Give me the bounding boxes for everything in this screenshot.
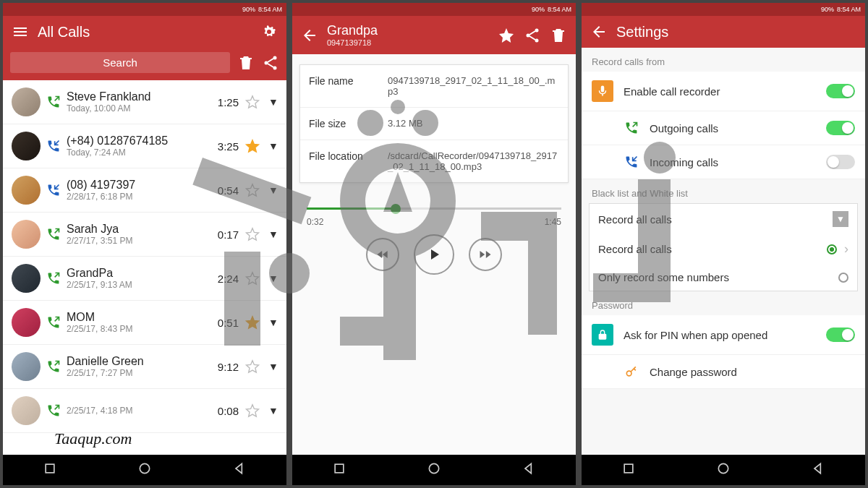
play-button[interactable] <box>414 234 454 275</box>
back-button[interactable] <box>522 461 536 479</box>
star-icon[interactable] <box>244 314 260 330</box>
menu-icon[interactable] <box>12 23 29 40</box>
recent-button[interactable] <box>332 461 346 479</box>
call-list: Steve FranklandToday, 10:00 AM1:25▼(+84)… <box>3 80 286 455</box>
row-incoming[interactable]: Incoming calls <box>582 145 865 179</box>
call-duration: 9:12 <box>210 361 239 373</box>
call-name: (+84) 01287674185 <box>67 134 204 147</box>
svg-rect-2 <box>14 35 27 36</box>
time-text: 8:54 AM <box>258 6 282 13</box>
lock-icon <box>592 324 613 346</box>
star-icon[interactable] <box>244 270 260 286</box>
chevron-down-icon[interactable]: ▼ <box>266 96 281 108</box>
svg-rect-1 <box>14 31 27 33</box>
search-input[interactable]: Search <box>10 52 230 73</box>
call-duration: 1:25 <box>210 96 239 108</box>
incoming-call-icon <box>46 139 61 153</box>
outgoing-call-icon <box>46 271 61 286</box>
chevron-down-icon[interactable]: ▼ <box>266 317 281 328</box>
call-row[interactable]: MOM2/25/17, 8:43 PM0:51▼ <box>3 301 286 345</box>
toggle-incoming[interactable] <box>826 155 855 169</box>
progress-track[interactable] <box>307 207 561 210</box>
settings-body: Record calls from Enable call recorder O… <box>582 48 865 455</box>
chevron-down-icon[interactable]: ▼ <box>266 273 281 284</box>
row-enable-recorder[interactable]: Enable call recorder <box>582 72 865 111</box>
avatar <box>12 87 41 116</box>
star-icon[interactable] <box>244 94 260 110</box>
page-title: All Calls <box>38 24 252 40</box>
record-mode-dropdown: Record all calls ▼ Record all calls › On… <box>589 203 858 291</box>
call-date: Today, 7:24 AM <box>67 147 204 158</box>
call-date: 2/25/17, 9:13 AM <box>67 280 204 290</box>
call-body: MOM2/25/17, 8:43 PM <box>67 311 204 334</box>
row-outgoing[interactable]: Outgoing calls <box>582 111 865 145</box>
chevron-down-icon[interactable]: ▼ <box>266 228 281 240</box>
back-button[interactable] <box>232 461 247 479</box>
call-row[interactable]: Danielle Green2/25/17, 7:27 PM9:12▼ <box>3 345 286 389</box>
call-row[interactable]: (08) 41973972/28/17, 6:18 PM0:54▼ <box>3 168 286 213</box>
toggle-outgoing[interactable] <box>826 121 855 135</box>
delete-icon[interactable] <box>550 27 567 44</box>
toggle-pin[interactable] <box>826 328 855 342</box>
call-row[interactable]: Steve FranklandToday, 10:00 AM1:25▼ <box>3 80 286 124</box>
chevron-down-icon[interactable]: ▼ <box>266 140 281 152</box>
call-row[interactable]: 2/25/17, 4:18 PM0:08▼ <box>3 389 286 433</box>
star-icon[interactable] <box>244 226 260 242</box>
star-icon[interactable] <box>244 359 260 374</box>
call-body: GrandPa2/25/17, 9:13 AM <box>67 267 204 290</box>
star-icon[interactable] <box>244 403 260 419</box>
row-ask-pin[interactable]: Ask for PIN when app opened <box>582 315 865 355</box>
dropdown-header[interactable]: Record all calls ▼ <box>590 204 857 234</box>
incoming-call-icon <box>46 183 61 197</box>
section-record: Record calls from <box>582 48 865 72</box>
call-date: Today, 10:00 AM <box>67 103 204 114</box>
chevron-down-icon[interactable]: ▼ <box>266 361 281 372</box>
recent-button[interactable] <box>621 461 636 479</box>
forward-button[interactable] <box>469 238 502 271</box>
home-button[interactable] <box>716 461 731 479</box>
call-body: 2/25/17, 4:18 PM <box>67 406 204 416</box>
star-icon[interactable] <box>244 182 260 198</box>
call-row[interactable]: (+84) 01287674185Today, 7:24 AM3:25▼ <box>3 124 286 168</box>
row-change-password[interactable]: Change password <box>582 355 865 389</box>
settings-icon[interactable] <box>260 23 278 40</box>
star-icon[interactable] <box>244 138 260 154</box>
call-body: Steve FranklandToday, 10:00 AM <box>67 90 204 114</box>
call-name: GrandPa <box>67 267 204 280</box>
call-row[interactable]: GrandPa2/25/17, 9:13 AM2:24▼ <box>3 257 286 301</box>
appbar: Settings <box>582 16 865 48</box>
outgoing-call-icon <box>46 359 61 374</box>
svg-point-13 <box>626 371 631 376</box>
back-icon[interactable] <box>590 23 608 40</box>
share-icon[interactable] <box>262 54 279 72</box>
avatar <box>12 396 41 425</box>
detail-subtitle: 0947139718 <box>327 38 489 47</box>
recent-button[interactable] <box>43 461 57 479</box>
rewind-button[interactable] <box>366 238 399 271</box>
key-icon <box>624 364 639 380</box>
battery-text: 90% <box>242 6 255 13</box>
call-duration: 0:17 <box>210 228 239 241</box>
back-icon[interactable] <box>301 27 318 44</box>
call-name: MOM <box>67 311 204 324</box>
chevron-down-icon[interactable]: ▼ <box>266 184 281 196</box>
navbar <box>3 455 286 485</box>
call-duration: 0:08 <box>210 405 239 417</box>
delete-icon[interactable] <box>237 54 255 72</box>
detail-filename-row: File name 0947139718_2917_02_1_11_18_00_… <box>300 65 568 108</box>
toggle-enable[interactable] <box>826 84 855 98</box>
call-body: Sarah Jya2/27/17, 3:51 PM <box>67 223 204 246</box>
home-button[interactable] <box>137 461 152 479</box>
avatar <box>12 352 41 381</box>
star-icon[interactable] <box>498 27 515 44</box>
home-button[interactable] <box>427 461 441 479</box>
chevron-down-icon: ▼ <box>833 211 848 227</box>
option-record-some[interactable]: Only record some numbers <box>590 264 857 291</box>
back-button[interactable] <box>811 461 825 479</box>
call-body: Danielle Green2/25/17, 7:27 PM <box>67 355 204 378</box>
chevron-down-icon[interactable]: ▼ <box>266 405 281 416</box>
statusbar: 90% 8:54 AM <box>3 3 286 16</box>
share-icon[interactable] <box>524 27 541 44</box>
call-row[interactable]: Sarah Jya2/27/17, 3:51 PM0:17▼ <box>3 213 286 257</box>
option-record-all[interactable]: Record all calls › <box>590 234 857 264</box>
